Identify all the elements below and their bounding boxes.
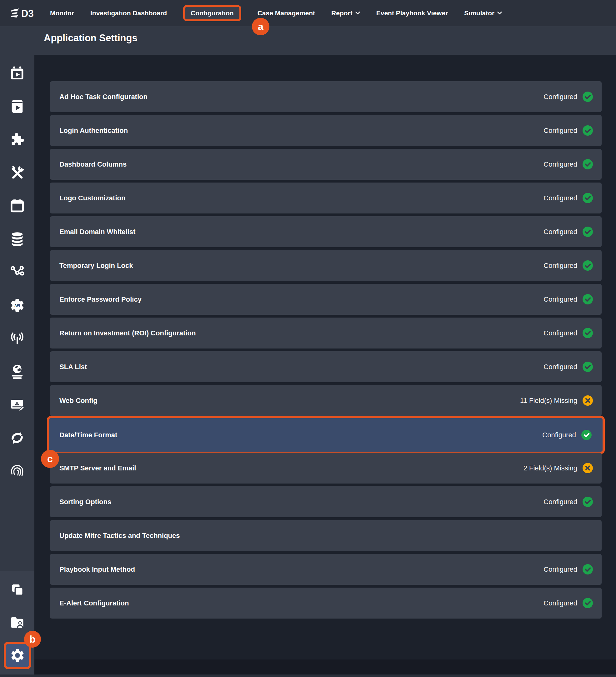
nav-item-monitor[interactable]: Monitor [50,9,74,17]
settings-row-label: Temporary Login Lock [59,262,133,270]
settings-row-status: Configured [543,160,577,169]
settings-row[interactable]: Ad Hoc Task Configuration Configured [50,81,602,112]
settings-row[interactable]: Sorting Options Configured [50,486,602,517]
settings-row-status: Configured [543,599,577,607]
settings-row-label: Dashboard Columns [59,160,127,169]
settings-row-status: 2 Field(s) Missing [523,464,577,472]
annotation-badge-b: b [24,631,41,648]
settings-row[interactable]: Return on Investment (ROI) Configuration… [50,318,602,349]
settings-row[interactable]: Enforce Password Policy Configured [50,284,602,315]
settings-row-status-group: Configured [542,430,591,440]
configured-check-icon [582,92,593,102]
settings-row-status: Configured [543,498,577,506]
settings-row[interactable]: Temporary Login Lock Configured [50,250,602,281]
settings-row-status: Configured [542,431,576,439]
broadcast-antenna-icon[interactable] [9,330,25,347]
settings-row-label: Sorting Options [59,498,111,506]
settings-row[interactable]: Update Mitre Tactics and Techniques [50,520,602,551]
settings-row-label: Date/Time Format [59,431,117,439]
web-globe-icon[interactable] [9,363,25,380]
chevron-down-icon [356,11,360,15]
configured-check-icon [582,260,593,271]
user-folder-icon[interactable] [9,615,25,631]
application-settings-panel: Ad Hoc Task Configuration Configured Log… [34,55,616,660]
share-nodes-icon[interactable] [9,264,25,280]
settings-row[interactable]: Date/Time Format Configured [47,416,605,454]
settings-row-label: E-Alert Configuration [59,599,129,607]
nav-menu: Monitor Investigation Dashboard Configur… [50,5,502,21]
settings-row-status: Configured [543,93,577,101]
nav-item-configuration[interactable]: Configuration [183,5,241,21]
settings-row-label: Return on Investment (ROI) Configuration [59,329,196,337]
settings-row-status: Configured [543,194,577,202]
d3-logo-text: D3 [21,8,34,19]
settings-row[interactable]: Playbook Input Method Configured [50,554,602,585]
nav-item-event-playbook-viewer[interactable]: Event Playbook Viewer [376,9,448,17]
settings-row-status-group: Configured [543,193,593,203]
settings-row[interactable]: Dashboard Columns Configured [50,149,602,180]
video-book-icon[interactable] [9,98,25,115]
settings-row-status-group: Configured [543,260,593,271]
settings-row-status-group: Configured [543,362,593,372]
settings-row-status: Configured [543,329,577,337]
gear-icon [10,648,25,663]
configured-check-icon [582,328,593,338]
settings-row-status: Configured [543,296,577,304]
settings-row[interactable]: SLA List Configured [50,351,602,382]
settings-row-label: Email Domain Whitelist [59,228,135,236]
configured-check-icon [582,564,593,575]
fingerprint-icon[interactable] [9,463,25,479]
configured-check-icon [582,497,593,507]
settings-row-status-group: 11 Field(s) Missing [520,395,593,406]
nav-item-simulator[interactable]: Simulator [464,9,502,17]
integrations-puzzle-icon[interactable] [9,132,25,148]
settings-row-status-group: Configured [543,497,593,507]
copy-icon[interactable] [9,582,25,598]
settings-row-label: Playbook Input Method [59,566,135,574]
settings-row-status-group: Configured [543,598,593,608]
page-bottom-strip [0,675,616,677]
settings-row-status: Configured [543,228,577,236]
calendar-play-icon[interactable] [9,65,25,82]
configured-check-icon [582,125,593,136]
settings-row-status: Configured [543,566,577,574]
settings-row[interactable]: E-Alert Configuration Configured [50,588,602,619]
annotation-badge-c: c [41,450,59,468]
incident-report-icon[interactable] [9,397,25,413]
utility-tools-icon[interactable] [9,165,25,181]
settings-row-label: Logo Customization [59,194,125,202]
settings-row-label: SLA List [59,363,87,371]
calendar-icon[interactable] [9,198,25,214]
settings-row-status-group: Configured [543,125,593,136]
svg-text:API: API [14,304,20,307]
d3-logo[interactable]: D3 [9,7,39,20]
settings-row[interactable]: Email Domain Whitelist Configured [50,216,602,247]
settings-row[interactable]: Logo Customization Configured [50,183,602,214]
top-navigation-bar: D3 Monitor Investigation Dashboard Confi… [0,0,616,26]
api-gear-icon[interactable]: API [9,297,25,314]
page-title: Application Settings [44,33,138,44]
nav-item-investigation-dashboard[interactable]: Investigation Dashboard [90,9,167,17]
sync-icon[interactable] [9,430,25,446]
nav-item-case-management[interactable]: Case Management [257,9,315,17]
settings-row-label: Web Config [59,397,97,405]
annotation-badge-a: a [252,18,270,35]
settings-row[interactable]: Web Config 11 Field(s) Missing [50,385,602,416]
settings-row-label: Update Mitre Tactics and Techniques [59,532,180,540]
settings-row-status-group: 2 Field(s) Missing [523,463,593,473]
nav-item-report[interactable]: Report [331,9,360,17]
settings-row-status-group: Configured [543,92,593,102]
d3-wing-icon [11,8,19,17]
missing-x-icon [582,463,593,473]
settings-row[interactable]: Login Authentication Configured [50,115,602,146]
chevron-down-icon [497,11,502,15]
settings-row-label: SMTP Server and Email [59,464,136,472]
settings-row-status-group: Configured [543,159,593,169]
settings-row-status: 11 Field(s) Missing [520,397,577,405]
settings-row[interactable]: SMTP Server and Email 2 Field(s) Missing [50,453,602,484]
configured-check-icon [582,227,593,237]
database-icon[interactable] [9,231,25,247]
settings-row-status: Configured [543,127,577,135]
app-window: D3 Monitor Investigation Dashboard Confi… [0,0,616,677]
configured-check-icon [581,430,591,440]
